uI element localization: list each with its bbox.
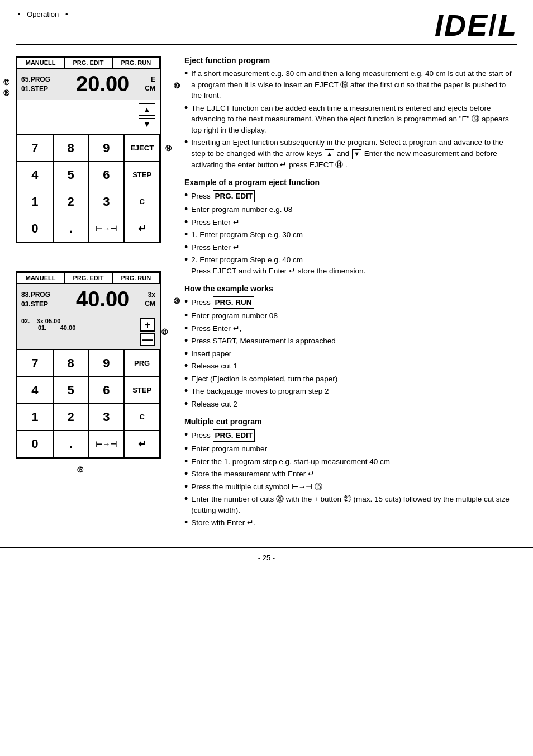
bullet-3-2: • Enter program number 08 xyxy=(184,310,517,322)
bt-4-4: Store the measurement with Enter ↵ xyxy=(191,469,315,480)
sub-line2: 01. 40.00 xyxy=(21,324,75,331)
bt-4-6: Enter the number of cuts ⑳ with the + bu… xyxy=(191,494,517,516)
tab-prg-run-2[interactable]: PRG. RUN xyxy=(112,272,160,283)
display-unit-1: E CM xyxy=(145,75,155,93)
key-7-2[interactable]: 7 xyxy=(17,350,53,377)
section-how: How the example works • Press PRG. RUN •… xyxy=(184,284,517,409)
key-step-1[interactable]: STEP xyxy=(124,162,160,188)
key-5-2[interactable]: 5 xyxy=(53,377,89,404)
display-2: 88.PROG 03.STEP 40.00 3x CM xyxy=(17,284,160,315)
bt-3-1: Press PRG. RUN xyxy=(191,296,254,309)
bd-2-2: • xyxy=(184,204,188,214)
bd-3-3: • xyxy=(184,323,188,333)
key-c-2[interactable]: C xyxy=(124,404,160,431)
tab-prg-run-1[interactable]: PRG. RUN xyxy=(112,57,160,68)
key-step-2[interactable]: STEP xyxy=(124,377,160,404)
bullet-3-1: • Press PRG. RUN xyxy=(184,296,517,309)
bd-4-2: • xyxy=(184,443,188,453)
annotation-20: ⑳ xyxy=(174,296,180,305)
bullet-dot-3: • xyxy=(184,137,188,147)
annotations-left-1: ⑰ ⑱ xyxy=(3,78,9,97)
key-6-1[interactable]: 6 xyxy=(89,162,125,188)
bullet-3-9: • Release cut 2 xyxy=(184,399,517,410)
key-1-1[interactable]: 1 xyxy=(17,188,53,215)
down-arrow-btn-1[interactable]: ▼ xyxy=(139,118,155,130)
keypad-1: 7 8 9 EJECT ⑭ 4 5 6 STEP 1 xyxy=(17,134,160,242)
up-arrow-btn-1[interactable]: ▲ xyxy=(139,103,155,116)
key-0-2[interactable]: 0 xyxy=(17,431,53,457)
bd-2-4: • xyxy=(184,229,188,239)
key-dot-1[interactable]: . xyxy=(53,215,89,242)
page-wrapper: • Operation • IDE/L ⑰ ⑱ MANUELL xyxy=(0,0,533,568)
sub-lines: 02. 3x 05.00 01. 40.00 xyxy=(21,318,75,331)
bd-4-5: • xyxy=(184,481,188,492)
key-3-1[interactable]: 3 xyxy=(89,188,125,215)
bd-3-9: • xyxy=(184,399,188,409)
minus-btn[interactable]: — xyxy=(140,333,155,346)
key-enter-2[interactable]: ↵ xyxy=(124,431,160,457)
key-7-1[interactable]: 7 xyxy=(17,135,53,162)
key-4-1[interactable]: 4 xyxy=(17,162,53,188)
tab-manuell-1[interactable]: MANUELL xyxy=(17,57,64,68)
tab-manuell-2[interactable]: MANUELL xyxy=(17,272,64,283)
box-prg-edit: PRG. EDIT xyxy=(213,190,255,202)
annotation-21-marker: ㉑ xyxy=(161,329,168,336)
key-multicut-2[interactable]: ⊢→⊣ xyxy=(89,431,125,457)
bullet-2-4: • 1. Enter program Step e.g. 30 cm xyxy=(184,229,517,240)
bt-3-7: Eject (Ejection is completed, turn the p… xyxy=(191,374,337,385)
box-prg-edit-2: PRG. EDIT xyxy=(213,429,255,442)
box-prg-run: PRG. RUN xyxy=(213,296,254,309)
bullet-4-7: • Store with Enter ↵. xyxy=(184,517,517,528)
key-multicut-1[interactable]: ⊢→⊣ xyxy=(89,215,125,242)
section3-title: How the example works xyxy=(184,284,517,293)
bd-2-6: • xyxy=(184,254,188,264)
key-8-2[interactable]: 8 xyxy=(53,350,89,377)
tab-bar-2: MANUELL PRG. EDIT PRG. RUN xyxy=(17,272,160,284)
key-eject-1[interactable]: EJECT ⑭ xyxy=(124,135,160,162)
key-2-1[interactable]: 2 xyxy=(53,188,89,215)
bullet-3-3: • Press Enter ↵, xyxy=(184,323,517,334)
bullet-4-4: • Store the measurement with Enter ↵ xyxy=(184,469,517,480)
key-enter-1[interactable]: ↵ xyxy=(124,215,160,242)
header-left: • Operation • xyxy=(16,10,70,18)
tab-prg-edit-1[interactable]: PRG. EDIT xyxy=(64,57,112,68)
display-prog-1: 65.PROG 01.STEP xyxy=(21,75,60,94)
key-4-2[interactable]: 4 xyxy=(17,377,53,404)
tab-prg-edit-2[interactable]: PRG. EDIT xyxy=(64,272,112,283)
annotation-19: ⑲ xyxy=(174,81,180,90)
display-e: E xyxy=(145,75,155,84)
key-8-1[interactable]: 8 xyxy=(53,135,89,162)
key-9-2[interactable]: 9 xyxy=(89,350,125,377)
bd-3-7: • xyxy=(184,374,188,384)
bt-4-5: Press the multiple cut symbol ⊢→⊣ ⑮ xyxy=(191,481,322,493)
key-9-1[interactable]: 9 xyxy=(89,135,125,162)
key-3-2[interactable]: 3 xyxy=(89,404,125,431)
plus-btn[interactable]: + xyxy=(140,318,155,332)
key-1-2[interactable]: 1 xyxy=(17,404,53,431)
key-dot-2[interactable]: . xyxy=(53,431,89,457)
bullet-2-5: • Press Enter ↵ xyxy=(184,242,517,253)
display-3x: 3x xyxy=(145,291,155,300)
section-eject: Eject function program • If a short meas… xyxy=(184,56,517,170)
display-cm: CM xyxy=(145,84,155,93)
bd-3-5: • xyxy=(184,348,188,358)
bullet-2-6: • 2. Enter program Step e.g. 40 cm Press… xyxy=(184,254,517,276)
key-c-1[interactable]: C xyxy=(124,188,160,215)
prog-line2: 01.STEP xyxy=(21,84,60,94)
bt-2-2: Enter program number e.g. 08 xyxy=(191,204,292,215)
key-5-1[interactable]: 5 xyxy=(53,162,89,188)
key-prg-2[interactable]: PRG xyxy=(124,350,160,377)
page-number: - 25 - xyxy=(258,554,275,562)
section2-bullets: • Press PRG. EDIT • Enter program number… xyxy=(184,190,517,276)
bullet-text-1-3: Inserting an Eject function subsequently… xyxy=(191,137,517,170)
display-cm-2: CM xyxy=(145,300,155,309)
key-0-1[interactable]: 0 xyxy=(17,215,53,242)
key-2-2[interactable]: 2 xyxy=(53,404,89,431)
bt-3-8: The backgauge moves to program step 2 xyxy=(191,386,329,397)
section1-bullets: • If a short measurement e.g. 30 cm and … xyxy=(184,68,517,170)
key-6-2[interactable]: 6 xyxy=(89,377,125,404)
logo: IDE/L xyxy=(435,10,517,40)
bt-2-6: 2. Enter program Step e.g. 40 cm Press E… xyxy=(191,254,365,276)
bd-3-2: • xyxy=(184,310,188,320)
keypad-2: 7 8 9 PRG 4 5 6 STEP 1 2 3 C xyxy=(17,349,160,457)
